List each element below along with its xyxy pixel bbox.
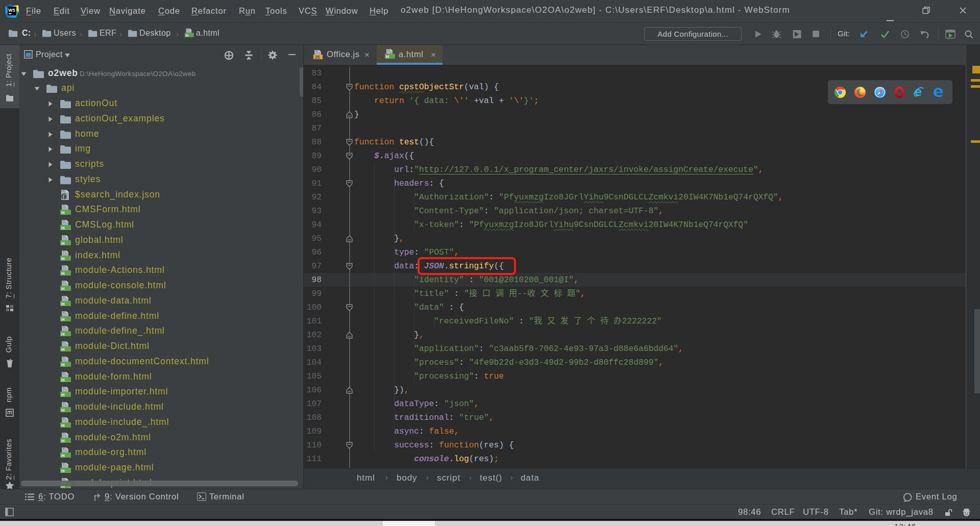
svg-text:WS: WS <box>8 8 15 13</box>
svg-text:H: H <box>61 453 65 458</box>
svg-text:H: H <box>61 377 65 382</box>
svg-text:H: H <box>186 33 189 38</box>
svg-text:H: H <box>386 54 389 59</box>
svg-text:H: H <box>61 271 65 276</box>
svg-text:H: H <box>61 408 65 413</box>
svg-text:H: H <box>61 422 65 428</box>
svg-text:H: H <box>61 240 65 245</box>
svg-text:H: H <box>61 362 65 367</box>
svg-text:H: H <box>61 392 65 397</box>
svg-text:H: H <box>61 332 65 337</box>
svg-text:{}: {} <box>62 194 69 200</box>
svg-text:H: H <box>61 301 65 306</box>
svg-text:H: H <box>61 286 65 291</box>
svg-text:H: H <box>61 256 65 261</box>
svg-text:H: H <box>61 226 65 231</box>
svg-text:JS: JS <box>314 55 320 60</box>
svg-text:H: H <box>61 347 65 352</box>
svg-text:H: H <box>61 316 65 321</box>
svg-text:H: H <box>61 468 65 473</box>
svg-text:H: H <box>61 210 65 215</box>
svg-text:H: H <box>61 438 65 443</box>
